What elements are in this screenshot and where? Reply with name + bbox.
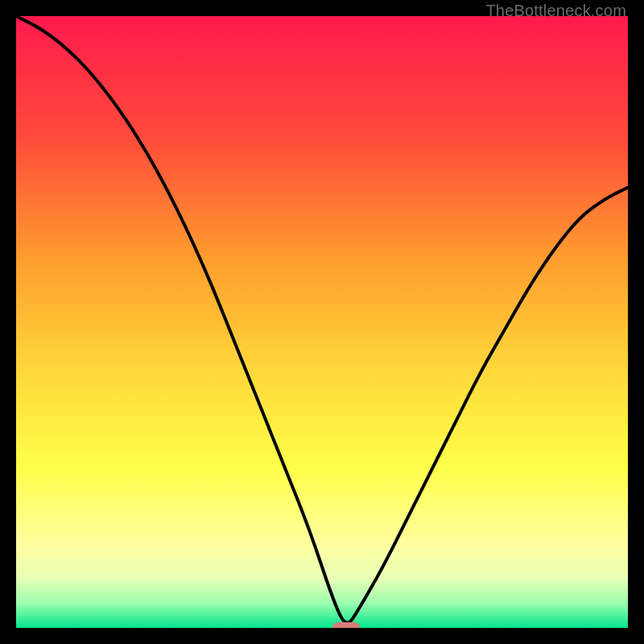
chart-frame: TheBottleneck.com <box>0 0 644 644</box>
plot-area <box>16 16 628 628</box>
watermark-label: TheBottleneck.com <box>485 2 626 20</box>
optimum-marker <box>332 622 360 628</box>
bottleneck-curve <box>16 16 628 628</box>
